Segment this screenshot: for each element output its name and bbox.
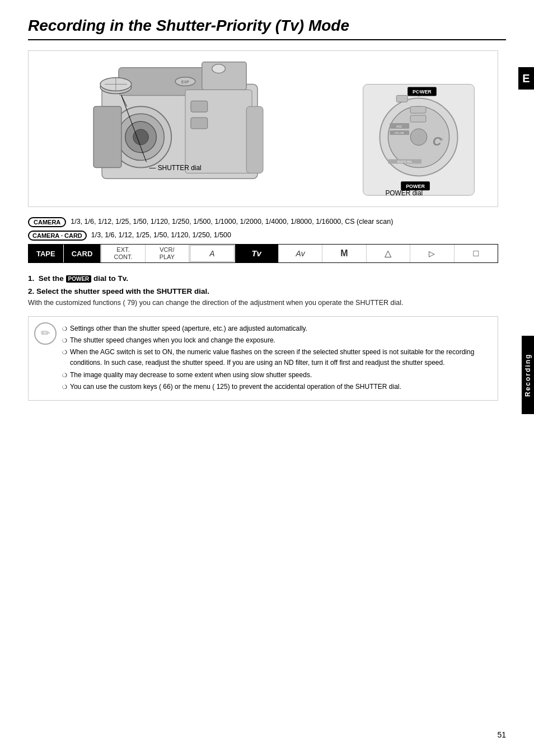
mode-triangle: △: [367, 245, 410, 262]
step-1: 1. Set the POWER dial to Tv.: [28, 274, 506, 283]
mode-cells-container: EXT.CONT. VCR/PLAY A Tv Av M △ ▷ □: [101, 245, 498, 262]
camera-badge: CAMERA: [28, 217, 66, 227]
recording-sidebar: Recording: [522, 336, 534, 414]
mode-av: Av: [279, 245, 322, 262]
tape-card-mode-bar: TAPE CARD EXT.CONT. VCR/PLAY A Tv Av M △…: [28, 244, 498, 263]
camera-card-badge: CAMERA · CARD: [28, 231, 87, 241]
svg-rect-25: [396, 95, 407, 102]
svg-text:POWER: POWER: [413, 89, 432, 95]
svg-text:POWER dial: POWER dial: [385, 189, 423, 197]
page-title: Recording in the Shutter-Priority (Tv) M…: [28, 17, 506, 40]
note-item-5: You can use the custom keys ( 66) or the…: [62, 382, 490, 392]
mode-m: M: [322, 245, 366, 262]
svg-point-22: [410, 129, 427, 145]
section-tab-e: E: [518, 67, 534, 90]
tape-label: TAPE: [29, 245, 64, 262]
camera-diagram: POWER C e WHITE BAL POWER — SHUTTER dial…: [28, 50, 498, 207]
page-number: 51: [497, 730, 506, 739]
notes-list: Settings other than the shutter speed (a…: [62, 323, 490, 392]
svg-rect-10: [191, 101, 208, 112]
camera-row: CAMERA 1/3, 1/6, 1/12, 1/25, 1/50, 1/120…: [28, 217, 506, 227]
svg-rect-43: [246, 106, 263, 173]
step-1-title: 1. Set the POWER dial to Tv.: [28, 274, 506, 283]
camera-card-speeds-text: 1/3, 1/6, 1/12, 1/25, 1/50, 1/120, 1/250…: [91, 231, 231, 241]
svg-point-6: [133, 129, 149, 145]
note-item-2: The shutter speed changes when you lock …: [62, 335, 490, 346]
svg-text:EXP: EXP: [181, 80, 189, 84]
svg-text:AGC: AGC: [396, 125, 402, 128]
steps-container: 1. Set the POWER dial to Tv. 2. Select t…: [28, 274, 506, 308]
mode-tv: Tv: [235, 245, 279, 262]
mode-ext-cont: EXT.CONT.: [101, 245, 145, 262]
svg-rect-26: [410, 106, 426, 113]
svg-text:— SHUTTER dial: — SHUTTER dial: [149, 164, 201, 172]
mode-a: A: [190, 245, 234, 262]
camera-illustration: POWER C e WHITE BAL POWER — SHUTTER dial…: [29, 51, 498, 206]
mode-play: ▷: [410, 245, 454, 262]
power-badge-step1: POWER: [66, 275, 92, 283]
mode-square: □: [455, 245, 498, 262]
mode-vcr-play: VCR/PLAY: [146, 245, 189, 262]
note-box: ✏ Settings other than the shutter speed …: [28, 316, 498, 401]
step-2-body: With the customized functions ( 79) you …: [28, 298, 506, 308]
svg-rect-27: [410, 115, 426, 122]
note-item-3: When the AGC switch is set to ON, the nu…: [62, 347, 490, 368]
svg-text:e: e: [440, 136, 443, 142]
note-item-1: Settings other than the shutter speed (a…: [62, 323, 490, 334]
svg-rect-7: [93, 106, 121, 167]
svg-rect-11: [191, 118, 208, 129]
step-2-title: 2. Select the shutter speed with the SHU…: [28, 287, 506, 295]
step-2: 2. Select the shutter speed with the SHU…: [28, 287, 506, 308]
svg-text:ON/+2dB: ON/+2dB: [395, 132, 404, 134]
note-item-4: The image quality may decrease to some e…: [62, 370, 490, 381]
svg-point-35: [212, 64, 226, 73]
camera-card-row: CAMERA · CARD 1/3, 1/6, 1/12, 1/25, 1/50…: [28, 231, 506, 241]
card-label: CARD: [64, 245, 102, 262]
note-icon: ✏: [34, 322, 57, 345]
svg-text:✏: ✏: [41, 327, 50, 339]
camera-speeds-text: 1/3, 1/6, 1/12, 1/25, 1/50, 1/120, 1/250…: [71, 217, 393, 227]
svg-text:WHITE BAL: WHITE BAL: [397, 161, 413, 163]
